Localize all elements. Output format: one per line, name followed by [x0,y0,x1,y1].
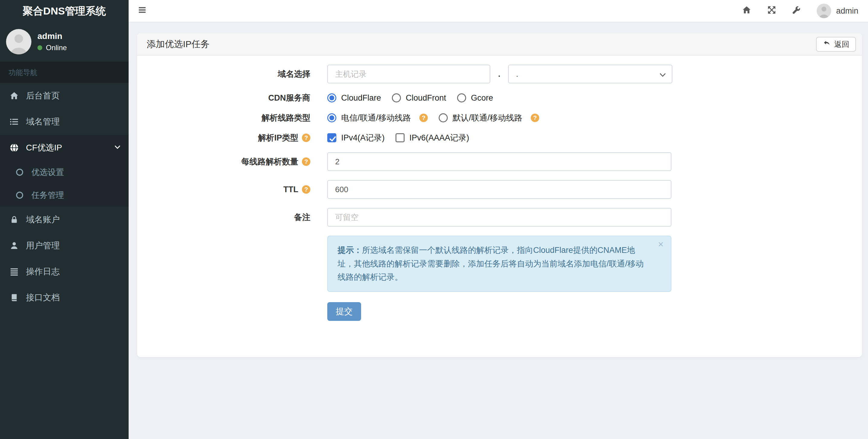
chevron-down-icon [659,71,666,81]
sidebar-item-domains[interactable]: 域名管理 [0,109,129,135]
topbar-right: admin [734,0,868,22]
topbar-user-name: admin [836,6,858,16]
radio-default-line[interactable]: 默认/联通/移动线路 ? [439,112,539,123]
task-card: 添加优选IP任务 返回 域名选择 [137,33,862,357]
lock-icon [8,215,20,224]
form-row-domain: 域名选择 . . [149,65,850,83]
globe-icon [8,143,20,153]
cdn-options: CloudFlare CloudFront Gcore [327,93,504,103]
form-row-ip-type: 解析IP类型 ? IPv4(A记录) IPv6(AAAA记录) [149,132,850,143]
app-root: 聚合DNS管理系统 admin Online 功能导航 [0,0,868,439]
user-status[interactable]: Online [37,43,67,52]
sidebar-item-cf-ip[interactable]: CF优选IP [0,135,129,161]
help-icon[interactable]: ? [531,114,539,122]
radio-telecom-line[interactable]: 电信/联通/移动线路 ? [327,112,428,123]
sidebar-toggle-button[interactable] [129,0,156,22]
sidebar: 聚合DNS管理系统 admin Online 功能导航 [0,0,129,439]
page-title: 添加优选IP任务 [147,38,210,51]
reply-arrow-icon [823,39,831,49]
home-button[interactable] [734,0,759,22]
avatar [817,4,831,18]
domain-label: 域名选择 [149,68,327,80]
main-column: admin 添加优选IP任务 返回 [129,0,868,439]
per-line-label: 每线路解析数量 ? [149,156,327,167]
info-alert-text: 所选域名需保留一个默认线路的解析记录，指向CloudFlare提供的CNAME地… [338,246,644,282]
help-icon[interactable]: ? [302,134,310,142]
checkbox-ipv6[interactable]: IPv6(AAAA记录) [396,132,469,143]
sidebar-item-task-management[interactable]: 任务管理 [0,184,129,207]
sidebar-nav: 后台首页 域名管理 [0,83,129,311]
log-icon [8,267,20,276]
domain-select[interactable]: . [508,65,672,83]
user-icon [8,241,20,250]
close-icon[interactable]: × [658,239,663,249]
info-alert: 提示：所选域名需保留一个默认线路的解析记录，指向CloudFlare提供的CNA… [327,236,672,292]
ip-type-options: IPv4(A记录) IPv6(AAAA记录) [327,132,480,143]
form-row-remark: 备注 [149,208,850,227]
checkbox-icon [327,133,336,142]
cdn-label: CDN服务商 [149,92,327,103]
radio-gcore[interactable]: Gcore [457,93,493,103]
sidebar-item-api-docs[interactable]: 接口文档 [0,285,129,311]
card-header: 添加优选IP任务 返回 [137,33,862,56]
radio-icon [392,93,401,103]
person-icon [6,29,31,54]
submit-row: 提交 [327,302,850,321]
fullscreen-button[interactable] [759,0,784,22]
ip-type-label: 解析IP类型 ? [149,132,327,143]
form-row-per-line: 每线路解析数量 ? [149,152,850,171]
avatar [6,29,31,54]
online-dot-icon [37,45,42,50]
form-row-cdn: CDN服务商 CloudFlare CloudFront [149,92,850,103]
sidebar-user-panel: admin Online [0,22,129,62]
sidebar-item-logs[interactable]: 操作日志 [0,259,129,285]
info-alert-prefix: 提示： [338,246,362,255]
book-icon [8,293,20,302]
list-icon [8,117,20,126]
circle-icon [14,191,25,199]
submit-button[interactable]: 提交 [327,302,361,321]
line-type-options: 电信/联通/移动线路 ? 默认/联通/移动线路 ? [327,112,550,123]
radio-icon [457,93,466,103]
card-body: 域名选择 . . CDN服务商 [137,56,862,339]
help-icon[interactable]: ? [420,114,428,122]
content-area: 添加优选IP任务 返回 域名选择 [129,22,868,439]
domain-separator: . [498,69,500,79]
radio-cloudfront[interactable]: CloudFront [392,93,446,103]
person-icon [817,4,831,18]
form-row-ttl: TTL ? [149,180,850,199]
settings-button[interactable] [784,0,809,22]
checkbox-icon [396,133,405,142]
sidebar-item-users[interactable]: 用户管理 [0,233,129,259]
expand-icon [767,5,776,17]
radio-icon [439,113,448,122]
sidebar-item-preferred-settings[interactable]: 优选设置 [0,161,129,184]
sidebar-user-name: admin [37,31,67,41]
app-title: 聚合DNS管理系统 [23,4,106,18]
sidebar-group-cf-ip: CF优选IP 优选设置 任务管理 [0,135,129,207]
line-type-label: 解析线路类型 [149,112,327,123]
user-menu-button[interactable]: admin [809,4,860,18]
radio-icon [327,93,336,103]
host-record-input[interactable] [327,65,490,83]
sidebar-nav-header: 功能导航 [0,62,129,83]
circle-icon [14,168,25,176]
form-row-line-type: 解析线路类型 电信/联通/移动线路 ? 默认/联通/移动线路 ? [149,112,850,123]
ttl-label: TTL ? [149,185,327,194]
sidebar-item-dashboard[interactable]: 后台首页 [0,83,129,109]
wrench-icon [792,5,801,17]
hamburger-icon [138,5,147,17]
sidebar-item-domain-accounts[interactable]: 域名账户 [0,207,129,233]
remark-label: 备注 [149,212,327,223]
checkbox-ipv4[interactable]: IPv4(A记录) [327,132,385,143]
help-icon[interactable]: ? [302,185,310,194]
chevron-down-icon [114,143,121,153]
back-button[interactable]: 返回 [816,37,856,52]
per-line-input[interactable] [327,152,672,171]
app-logo[interactable]: 聚合DNS管理系统 [0,0,129,22]
ttl-input[interactable] [327,180,672,199]
radio-cloudflare[interactable]: CloudFlare [327,93,381,103]
home-icon [742,5,751,17]
remark-input[interactable] [327,208,672,227]
help-icon[interactable]: ? [302,157,310,166]
